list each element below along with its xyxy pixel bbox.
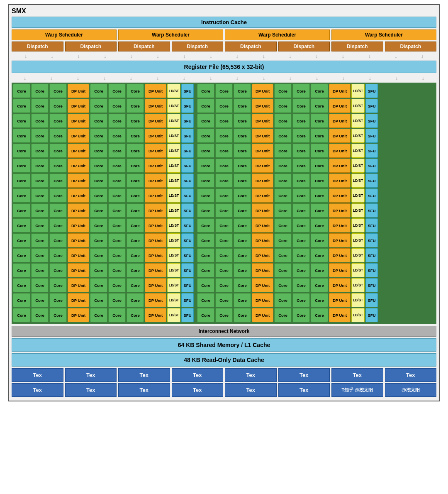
cell-core-10: Core: [49, 233, 67, 247]
cell-core-5: Core: [49, 159, 67, 173]
cell-core-7: Core: [292, 188, 310, 203]
cell-core-15: Core: [49, 308, 67, 322]
cell-core-11: Core: [90, 248, 107, 262]
cell-core-11: Core: [311, 248, 328, 262]
cell-ldst-0: LD/ST: [167, 84, 180, 98]
cell-core-4: Core: [311, 144, 328, 158]
cell-core-5: Core: [127, 159, 144, 173]
cell-dp-10: DP Unit: [252, 233, 273, 247]
core-row-6: CoreCoreCoreDP UnitCoreCoreCoreDP UnitLD…: [13, 159, 435, 173]
watermark2: @挖太阳: [385, 383, 437, 397]
cell-dp-13: DP Unit: [252, 278, 273, 292]
arrow2-8: ↓: [209, 75, 212, 81]
core-row-1: CoreCoreCoreDP UnitCoreCoreCoreDP UnitLD…: [13, 84, 435, 98]
arrow-10: ↓: [262, 53, 265, 59]
arrow-4: ↓: [104, 53, 107, 59]
cell-core-6: Core: [197, 174, 214, 188]
arrow-3: ↓: [77, 53, 80, 59]
cell-core-14: Core: [108, 293, 126, 307]
cell-dp-10: DP Unit: [145, 233, 166, 247]
cell-core-6: Core: [215, 174, 233, 188]
cell-core-2: Core: [108, 114, 126, 128]
cell-core-10: Core: [108, 233, 126, 247]
cell-core-8: Core: [127, 203, 144, 218]
cell-dp-7: DP Unit: [145, 188, 166, 203]
cell-core-3: Core: [127, 129, 144, 143]
cell-core-12: Core: [215, 263, 233, 277]
cell-ldst-13: LD/ST: [351, 278, 365, 292]
cell-core-10: Core: [127, 233, 144, 247]
arrow-13: ↓: [341, 53, 344, 59]
cell-ldst-4: LD/ST: [351, 144, 365, 158]
cell-core-9: Core: [234, 218, 251, 232]
cell-core-9: Core: [31, 218, 49, 232]
cell-core-1: Core: [90, 99, 107, 113]
cell-dp-3: DP Unit: [329, 129, 351, 143]
cell-core-3: Core: [292, 129, 310, 143]
cell-core-7: Core: [274, 188, 292, 203]
cell-core-6: Core: [292, 174, 310, 188]
cell-core-5: Core: [215, 159, 233, 173]
cell-sfu-1: SFU: [181, 99, 194, 113]
cell-sfu-9: SFU: [181, 218, 194, 232]
cell-core-7: Core: [311, 188, 328, 203]
cell-dp-1: DP Unit: [145, 99, 166, 113]
dispatch-3: Dispatch: [118, 42, 170, 51]
arrow2-2: ↓: [50, 75, 53, 81]
cell-dp-3: DP Unit: [252, 129, 273, 143]
cell-core-10: Core: [90, 233, 107, 247]
cell-sfu-10: SFU: [365, 233, 378, 247]
cell-core-14: Core: [90, 293, 107, 307]
arrow2-9: ↓: [236, 75, 239, 81]
cell-core-15: Core: [234, 308, 251, 322]
cell-ldst-1: LD/ST: [167, 99, 180, 113]
cell-core-0: Core: [215, 84, 233, 98]
cell-dp-5: DP Unit: [252, 159, 273, 173]
cell-dp-4: DP Unit: [68, 144, 89, 158]
cell-core-10: Core: [13, 233, 30, 247]
cell-ldst-15: LD/ST: [351, 308, 365, 322]
cell-core-3: Core: [274, 129, 292, 143]
cell-dp-3: DP Unit: [68, 129, 89, 143]
cell-sfu-1: SFU: [365, 99, 378, 113]
cell-ldst-1: LD/ST: [351, 99, 365, 113]
dispatch-8: Dispatch: [385, 42, 437, 51]
cell-sfu-15: SFU: [365, 308, 378, 322]
cell-core-13: Core: [90, 278, 107, 292]
tex-1-2: Tex: [65, 368, 117, 382]
cell-core-10: Core: [31, 233, 49, 247]
arrow-16: ↓: [421, 53, 424, 59]
cell-dp-5: DP Unit: [329, 159, 351, 173]
cell-sfu-10: SFU: [181, 233, 194, 247]
watermark: T知乎 @挖太阳: [331, 383, 383, 397]
cell-core-12: Core: [108, 263, 126, 277]
dispatch-row: Dispatch Dispatch Dispatch Dispatch Disp…: [12, 42, 436, 51]
cell-core-7: Core: [197, 188, 214, 203]
cell-core-0: Core: [197, 84, 214, 98]
cell-dp-6: DP Unit: [329, 174, 351, 188]
cell-core-0: Core: [274, 84, 292, 98]
cell-core-13: Core: [49, 278, 67, 292]
tex-2-1: Tex: [12, 383, 63, 397]
cell-core-15: Core: [31, 308, 49, 322]
core-row-2: CoreCoreCoreDP UnitCoreCoreCoreDP UnitLD…: [13, 99, 435, 113]
cell-dp-9: DP Unit: [329, 218, 351, 232]
arrow2-13: ↓: [342, 75, 345, 81]
cell-core-3: Core: [13, 129, 30, 143]
core-row-10: CoreCoreCoreDP UnitCoreCoreCoreDP UnitLD…: [13, 218, 435, 232]
cell-ldst-14: LD/ST: [167, 293, 180, 307]
cell-sfu-15: SFU: [181, 308, 194, 322]
cell-sfu-13: SFU: [365, 278, 378, 292]
register-file: Register File (65,536 x 32-bit): [12, 61, 436, 73]
cell-core-0: Core: [13, 84, 30, 98]
cell-dp-13: DP Unit: [145, 278, 166, 292]
cell-ldst-8: LD/ST: [167, 203, 180, 218]
core-row-14: CoreCoreCoreDP UnitCoreCoreCoreDP UnitLD…: [13, 278, 435, 292]
cell-core-8: Core: [311, 203, 328, 218]
tex-1-8: Tex: [385, 368, 437, 382]
cell-core-10: Core: [311, 233, 328, 247]
cell-core-4: Core: [127, 144, 144, 158]
cell-core-10: Core: [215, 233, 233, 247]
cell-core-12: Core: [274, 263, 292, 277]
cell-dp-15: DP Unit: [68, 308, 89, 322]
